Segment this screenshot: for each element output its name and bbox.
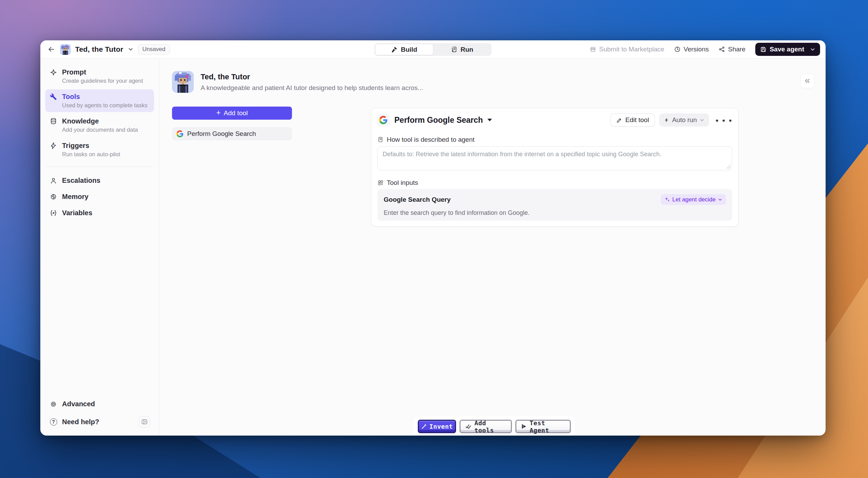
agent-description: A knowledgeable and patient AI tutor des… xyxy=(201,84,423,92)
edit-tool-button[interactable]: Edit tool xyxy=(610,113,655,127)
person-icon xyxy=(49,177,58,185)
tool-list-item-label: Perform Google Search xyxy=(187,130,256,138)
sidebar-item-label: Need help? xyxy=(62,418,99,426)
inputs-section-label: Tool inputs xyxy=(387,179,418,187)
more-options-button[interactable]: ● ● ● xyxy=(715,117,733,123)
agent-avatar-small[interactable] xyxy=(60,44,71,55)
sidebar-item-help[interactable]: ? Need help? xyxy=(45,412,154,431)
tool-list-item-google-search[interactable]: Perform Google Search xyxy=(172,127,292,140)
tool-description-textarea[interactable] xyxy=(377,146,732,170)
play-flag-icon xyxy=(521,424,527,429)
add-tool-label: Add tool xyxy=(224,109,248,117)
sidebar-item-knowledge[interactable]: Knowledge Add your documents and data xyxy=(45,114,154,137)
scroll-icon xyxy=(451,46,457,53)
tool-detail-title: Perform Google Search xyxy=(394,116,483,125)
save-chevron-icon[interactable] xyxy=(810,47,815,52)
inputs-grid-icon xyxy=(377,180,384,186)
google-icon xyxy=(377,113,390,127)
titlebar: Ted, the Tutor Unsaved Build Run xyxy=(40,40,826,59)
submit-marketplace-button[interactable]: Submit to Marketplace xyxy=(589,46,664,53)
add-tool-button[interactable]: + Add tool xyxy=(172,107,292,120)
tab-run-label: Run xyxy=(461,46,473,53)
magic-wand-icon xyxy=(421,424,427,429)
versions-button[interactable]: Versions xyxy=(674,46,709,53)
chevron-down-icon xyxy=(700,118,704,122)
let-agent-decide-dropdown[interactable]: Let agent decide xyxy=(661,194,726,205)
lightning-icon xyxy=(49,142,58,150)
tab-build-label: Build xyxy=(401,46,417,53)
sidebar-item-escalations[interactable]: Escalations xyxy=(45,172,154,189)
add-tools-label: Add tools xyxy=(474,419,506,434)
chevron-down-icon[interactable] xyxy=(128,47,133,52)
input-name: Google Search Query xyxy=(384,196,451,203)
auto-run-button[interactable]: Auto run xyxy=(659,113,709,127)
test-agent-button[interactable]: Test Agent xyxy=(515,420,571,433)
test-agent-label: Test Agent xyxy=(529,419,565,434)
versions-label: Versions xyxy=(684,46,709,53)
bottom-action-bar: Invent Add tools Test Agent xyxy=(414,416,575,436)
edit-tool-label: Edit tool xyxy=(625,116,649,124)
tool-title-dropdown[interactable]: Perform Google Search xyxy=(377,113,492,127)
add-tools-button[interactable]: Add tools xyxy=(460,420,512,433)
sidebar-item-desc: Add your documents and data xyxy=(62,127,150,133)
storefront-icon xyxy=(589,46,596,53)
tool-description-field-wrap xyxy=(377,146,732,170)
collapse-detail-button[interactable]: « xyxy=(800,74,815,88)
share-label: Share xyxy=(728,46,746,53)
main-content: Ted, the Tutor A knowledgeable and patie… xyxy=(160,59,826,436)
let-agent-decide-label: Let agent decide xyxy=(672,196,716,203)
app-window: Ted, the Tutor Unsaved Build Run xyxy=(40,40,826,436)
tab-build[interactable]: Build xyxy=(375,44,433,55)
mode-tabs: Build Run xyxy=(374,43,492,56)
share-button[interactable]: Share xyxy=(718,46,746,53)
hammer-icon xyxy=(391,46,398,53)
description-section-label: How tool is described to agent xyxy=(387,136,475,143)
tool-input-row: Google Search Query Let agent decide Ent… xyxy=(377,189,732,221)
sidebar-item-label: Memory xyxy=(62,193,89,201)
database-icon xyxy=(49,118,58,125)
sidebar-item-label: Prompt xyxy=(62,68,86,76)
tool-detail-card: Perform Google Search Edit tool xyxy=(371,108,739,227)
tools-check-icon xyxy=(465,424,472,429)
sidebar-divider xyxy=(47,167,153,167)
caret-down-icon xyxy=(487,119,492,121)
wrench-icon xyxy=(49,93,58,101)
floppy-icon xyxy=(760,46,767,53)
sidebar-item-memory[interactable]: Memory xyxy=(45,189,154,205)
input-description: Enter the search query to find informati… xyxy=(384,209,726,217)
invent-button[interactable]: Invent xyxy=(418,420,456,433)
sidebar-item-variables[interactable]: Variables xyxy=(45,205,154,221)
sidebar-item-label: Triggers xyxy=(62,142,89,150)
sparkle-icon xyxy=(49,69,58,76)
save-agent-button[interactable]: Save agent xyxy=(755,43,820,56)
bolt-icon xyxy=(664,118,669,123)
double-chevron-left-icon: « xyxy=(805,75,810,86)
sidebar-item-desc: Create guidelines for your agent xyxy=(62,78,150,84)
share-icon xyxy=(718,46,725,53)
status-badge: Unsaved xyxy=(138,44,170,54)
agent-name: Ted, the Tutor xyxy=(201,72,423,81)
brain-icon xyxy=(49,193,58,201)
variables-icon xyxy=(49,209,58,217)
back-button[interactable] xyxy=(47,45,55,53)
sidebar-item-prompt[interactable]: Prompt Create guidelines for your agent xyxy=(45,65,154,88)
sidebar-item-label: Advanced xyxy=(62,400,95,408)
gear-icon xyxy=(49,400,58,408)
sidebar-item-desc: Run tasks on auto-pilot xyxy=(62,151,150,158)
tab-run[interactable]: Run xyxy=(433,44,491,55)
sidebar: Prompt Create guidelines for your agent … xyxy=(40,59,159,436)
document-icon xyxy=(377,137,384,143)
sidebar-item-triggers[interactable]: Triggers Run tasks on auto-pilot xyxy=(45,138,154,161)
sidebar-item-label: Variables xyxy=(62,209,92,217)
sidebar-item-desc: Used by agents to complete tasks xyxy=(62,102,150,109)
sidebar-item-tools[interactable]: Tools Used by agents to complete tasks xyxy=(45,89,154,112)
sidebar-item-advanced[interactable]: Advanced xyxy=(45,396,154,412)
sidebar-item-label: Escalations xyxy=(62,177,100,185)
chevron-down-icon xyxy=(718,198,722,202)
help-icon: ? xyxy=(49,418,58,426)
agent-name-title[interactable]: Ted, the Tutor xyxy=(75,45,123,53)
sparkles-icon xyxy=(665,197,670,202)
save-agent-label: Save agent xyxy=(770,46,804,53)
collapse-sidebar-button[interactable] xyxy=(139,416,150,427)
auto-run-label: Auto run xyxy=(672,116,697,124)
